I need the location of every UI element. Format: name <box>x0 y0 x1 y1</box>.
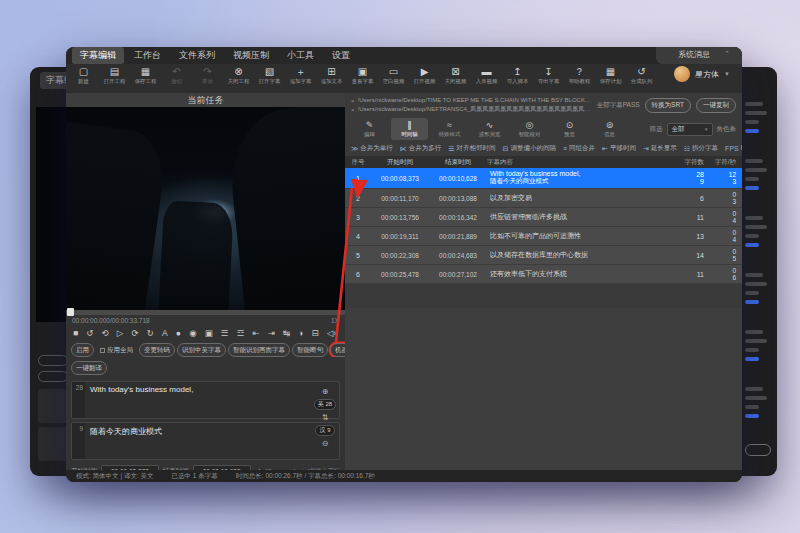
tab-label: 波形浏览 <box>473 130 506 138</box>
tab-波形浏览[interactable]: ∿波形浏览 <box>471 118 508 140</box>
player-control-0[interactable]: ■ <box>73 326 78 340</box>
translation-line-box[interactable]: 9 随着今天的商业模式 <box>71 422 340 460</box>
tab-label: 信息 <box>593 130 626 138</box>
checkbox-icon[interactable] <box>100 348 105 353</box>
operation-label: 合并为多行 <box>409 144 442 153</box>
avatar[interactable] <box>674 66 690 82</box>
player-control-15[interactable]: ◑ <box>298 326 303 340</box>
line2-text[interactable]: 随着今天的商业模式 <box>85 423 339 459</box>
pill-应用全局[interactable]: 应用全局 <box>96 344 137 356</box>
toolbar-button-关闭工程[interactable]: ⊗关闭工程 <box>223 64 254 86</box>
remove-path-icon[interactable]: × <box>351 98 355 104</box>
player-control-2[interactable]: ⟲ <box>102 326 109 340</box>
toolbar-button-帮助教程[interactable]: ？帮助教程 <box>564 64 595 86</box>
seek-handle[interactable] <box>67 308 74 316</box>
table-row[interactable]: 200:00:11,17000:00:13,088以及加密交易603 <box>345 189 742 208</box>
video-preview[interactable] <box>66 107 345 310</box>
player-control-4[interactable]: ⟳ <box>132 326 139 340</box>
menu-item-字幕编辑[interactable]: 字幕编辑 <box>72 47 124 64</box>
playback-speed[interactable]: 1X <box>331 317 339 324</box>
toolbar-button-合成队列[interactable]: ↺合成队列 <box>626 64 657 86</box>
pill-启用[interactable]: 启用 <box>71 343 94 357</box>
toolbar-button-入库视频[interactable]: ▬入库视频 <box>471 64 502 86</box>
source-line-box[interactable]: 28 With today's business model, <box>71 381 340 419</box>
filter-extra-label[interactable]: 角色条 <box>717 125 737 134</box>
zoom-in-icon[interactable]: ⊕ <box>322 387 329 396</box>
zoom-out-icon[interactable]: ⊖ <box>322 439 329 448</box>
player-control-7[interactable]: ● <box>176 326 181 340</box>
operation-FPS转换[interactable]: FPSFPS转换 <box>725 144 742 153</box>
pill-机器翻译平台[interactable]: 机器翻译平台 <box>330 343 345 357</box>
system-message-bar[interactable]: 系统消息 ⌃ <box>656 47 742 64</box>
menu-item-小工具[interactable]: 小工具 <box>279 47 322 64</box>
remove-path-icon[interactable]: × <box>351 107 355 113</box>
convert-srt-button[interactable]: 转换为SRT <box>645 98 691 113</box>
operation-同组合并[interactable]: ≡同组合并 <box>563 144 595 153</box>
background-link <box>745 186 759 190</box>
copy-all-button[interactable]: 一键复制 <box>696 98 736 113</box>
operation-合并为单行[interactable]: ≫合并为单行 <box>351 144 393 153</box>
player-control-8[interactable]: ◉ <box>189 326 196 340</box>
pill-智能识别画面字幕[interactable]: 智能识别画面字幕 <box>228 343 290 357</box>
toolbar-button-导出字幕[interactable]: ↧导出字幕 <box>533 64 564 86</box>
toolbar-button-打开视频[interactable]: ▶打开视频 <box>409 64 440 86</box>
translate-all-button[interactable]: 一键翻译 <box>71 361 107 375</box>
menu-item-文件系列[interactable]: 文件系列 <box>171 47 223 64</box>
toolbar-button-保存工程[interactable]: ▦保存工程 <box>130 64 161 86</box>
filter-select[interactable]: 全部 ▾ <box>667 123 713 136</box>
pill-识别中英字幕[interactable]: 识别中英字幕 <box>177 343 226 357</box>
player-control-14[interactable]: ↹ <box>283 326 290 340</box>
player-control-11[interactable]: ☲ <box>237 326 245 340</box>
cell-content: 比如不可靠的产品的可追溯性 <box>487 227 676 246</box>
menu-item-设置[interactable]: 设置 <box>324 47 358 64</box>
player-control-17[interactable]: ◁» <box>327 326 338 340</box>
menu-item-工作台[interactable]: 工作台 <box>126 47 169 64</box>
tab-编辑[interactable]: ✎编辑 <box>351 118 388 140</box>
player-control-9[interactable]: ▣ <box>205 326 213 340</box>
seek-bar[interactable] <box>66 310 345 315</box>
operation-对齐相邻时间[interactable]: ☰对齐相邻时间 <box>448 144 495 153</box>
table-row[interactable]: 300:00:13,75600:00:16,342供应链管理面临许多挑战1104 <box>345 208 742 227</box>
account-menu[interactable]: 星方体 ▼ <box>674 66 730 82</box>
toolbar-button-空白视频[interactable]: ▭空白视频 <box>378 64 409 86</box>
table-row[interactable]: 400:00:19,31100:00:21,889比如不可靠的产品的可追溯性13… <box>345 227 742 246</box>
pill-变更转码[interactable]: 变更转码 <box>139 343 175 357</box>
operation-合并为多行[interactable]: ⋉合并为多行 <box>400 144 442 153</box>
tab-时间轴[interactable]: ∥时间轴 <box>391 118 428 140</box>
table-row[interactable]: 100:00:08,37300:00:10,628With today's bu… <box>345 168 742 189</box>
toolbar-button-新建[interactable]: ▢新建 <box>68 64 99 86</box>
tab-预览[interactable]: ⊙预览 <box>551 118 588 140</box>
toolbar-button-保存计划[interactable]: ▦保存计划 <box>595 64 626 86</box>
toolbar-button-追加字幕[interactable]: ＋追加字幕 <box>285 64 316 86</box>
player-control-10[interactable]: ☰ <box>221 326 229 340</box>
toolbar-button-查看字幕[interactable]: ▣查看字幕 <box>347 64 378 86</box>
collapse-icon[interactable]: ⌃ <box>724 50 730 58</box>
operation-拆分字幕[interactable]: ☷拆分字幕 <box>684 144 718 153</box>
menu-item-视频压制[interactable]: 视频压制 <box>225 47 277 64</box>
line1-text[interactable]: With today's business model, <box>85 382 339 418</box>
player-control-1[interactable]: ↺ <box>86 326 93 340</box>
operation-调整偏小的间隔[interactable]: ⊟调整偏小的间隔 <box>503 144 556 153</box>
tab-特效样式[interactable]: ≈特效样式 <box>431 118 468 140</box>
table-row[interactable]: 500:00:22,30800:00:24,683以及储存在数据库里的中心数据1… <box>345 246 742 265</box>
toolbar-button-导入脚本[interactable]: ↥导入脚本 <box>502 64 533 86</box>
player-control-12[interactable]: ⇤ <box>252 326 259 340</box>
player-control-3[interactable]: ▷ <box>117 326 124 340</box>
tab-智能校对[interactable]: ◎智能校对 <box>511 118 548 140</box>
player-control-6[interactable]: A <box>162 326 168 340</box>
operation-延长显示[interactable]: ⇥延长显示 <box>643 144 677 153</box>
player-control-5[interactable]: ↻ <box>147 326 154 340</box>
toolbar-button-追加文本[interactable]: ⊞追加文本 <box>316 64 347 86</box>
player-control-13[interactable]: ⇥ <box>268 326 275 340</box>
operation-平移时间[interactable]: ⇤平移时间 <box>602 144 636 153</box>
operations-row: ≫合并为单行⋉合并为多行☰对齐相邻时间⊟调整偏小的间隔≡同组合并⇤平移时间⇥延长… <box>345 142 742 156</box>
pill-智能断句[interactable]: 智能断句 <box>292 343 328 357</box>
tab-信息[interactable]: ⊚信息 <box>591 118 628 140</box>
swap-lines-icon[interactable]: ⇅ <box>322 413 329 422</box>
table-row[interactable]: 600:00:25,47800:00:27,102还有效率低下的支付系统1106 <box>345 265 742 284</box>
toolbar-button-关闭视频[interactable]: ⊠关闭视频 <box>440 64 471 86</box>
player-control-16[interactable]: ⊟ <box>311 326 318 340</box>
toolbar-button-打开工程[interactable]: ▤打开工程 <box>99 64 130 86</box>
toolbar-button-打开字幕[interactable]: ▧打开字幕 <box>254 64 285 86</box>
char-count-value: 11 <box>679 214 704 221</box>
